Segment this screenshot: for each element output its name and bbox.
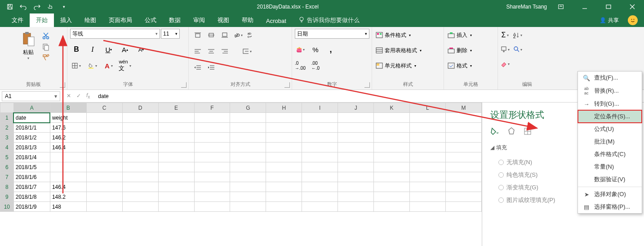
enter-formula-icon[interactable]: ✓	[76, 93, 81, 99]
cell-B8[interactable]: 146.4	[50, 182, 86, 192]
cell-A7[interactable]: 2018/1/6	[13, 172, 50, 182]
clear-icon[interactable]	[501, 59, 510, 68]
column-header-A[interactable]: A	[13, 103, 50, 113]
percent-icon[interactable]: %	[311, 45, 320, 54]
decrease-decimal-icon[interactable]: .00←.0	[311, 61, 320, 70]
cell-I7[interactable]	[302, 172, 338, 182]
cell-J10[interactable]	[338, 202, 374, 212]
user-name-label[interactable]: ShareMan Tsang	[506, 4, 547, 10]
paste-button[interactable]: 粘贴 ▾	[17, 29, 40, 60]
cell-H10[interactable]	[266, 202, 302, 212]
cell-B9[interactable]: 148.2	[50, 192, 86, 202]
cell-F7[interactable]	[194, 172, 230, 182]
menu-formulas[interactable]: 公式(U)	[578, 123, 642, 135]
align-top-icon[interactable]	[193, 31, 202, 40]
tab-insert[interactable]: 插入	[54, 13, 78, 27]
cell-F1[interactable]	[194, 113, 230, 123]
cell-M5[interactable]	[445, 152, 481, 162]
cell-J8[interactable]	[338, 182, 374, 192]
tab-home[interactable]: 开始	[30, 13, 54, 27]
share-button[interactable]: 👤共享	[600, 17, 619, 24]
menu-data-validation[interactable]: 数据验证(V)	[578, 173, 642, 186]
cell-M8[interactable]	[445, 182, 481, 192]
cell-F3[interactable]	[194, 133, 230, 143]
select-all-corner[interactable]	[0, 103, 14, 113]
align-bottom-icon[interactable]	[220, 31, 229, 40]
cell-J6[interactable]	[338, 162, 374, 172]
cell-B7[interactable]	[50, 172, 86, 182]
cell-D7[interactable]	[122, 172, 158, 182]
cell-I8[interactable]	[302, 182, 338, 192]
tab-review[interactable]: 审阅	[187, 13, 211, 27]
cell-F6[interactable]	[194, 162, 230, 172]
number-format-combo[interactable]: 日期▾	[295, 29, 369, 39]
cell-F9[interactable]	[194, 192, 230, 202]
row-header-9[interactable]: 9	[0, 192, 14, 202]
cell-L9[interactable]	[410, 192, 446, 202]
cell-K2[interactable]	[374, 123, 410, 133]
column-header-C[interactable]: C	[86, 103, 122, 113]
cell-J3[interactable]	[338, 133, 374, 143]
cell-I4[interactable]	[302, 143, 338, 152]
cell-L5[interactable]	[410, 152, 446, 162]
column-header-J[interactable]: J	[338, 103, 374, 113]
menu-goto-special[interactable]: 定位条件(S)...	[578, 110, 642, 123]
column-header-H[interactable]: H	[266, 103, 302, 113]
menu-constants[interactable]: 常量(N)	[578, 161, 642, 173]
increase-decimal-icon[interactable]: .0→.00	[296, 61, 305, 70]
cell-D2[interactable]	[122, 123, 158, 133]
cell-I1[interactable]	[302, 113, 338, 123]
find-select-icon[interactable]	[513, 45, 522, 54]
cell-M2[interactable]	[445, 123, 481, 133]
cell-B6[interactable]	[50, 162, 86, 172]
cell-E5[interactable]	[158, 152, 194, 162]
cell-D4[interactable]	[122, 143, 158, 152]
row-header-6[interactable]: 6	[0, 162, 14, 172]
wrap-text-icon[interactable]: abc↵	[247, 31, 256, 40]
cell-L8[interactable]	[410, 182, 446, 192]
column-header-I[interactable]: I	[302, 103, 338, 113]
column-header-M[interactable]: M	[445, 103, 481, 113]
font-size-combo[interactable]: 11▾	[161, 29, 180, 39]
cell-E1[interactable]	[158, 113, 194, 123]
cell-K1[interactable]	[374, 113, 410, 123]
worksheet-grid[interactable]: ABCDEFGHIJKLM1dateweight22018/1/1147.632…	[0, 103, 482, 246]
cell-G8[interactable]	[230, 182, 266, 192]
cell-G3[interactable]	[230, 133, 266, 143]
cell-E2[interactable]	[158, 123, 194, 133]
phonetic-icon[interactable]: wén文	[120, 61, 129, 70]
cell-M4[interactable]	[445, 143, 481, 152]
cell-B4[interactable]: 146.4	[50, 143, 86, 152]
cell-M3[interactable]	[445, 133, 481, 143]
menu-find[interactable]: 🔍查找(F)...	[578, 72, 642, 84]
column-header-B[interactable]: B	[50, 103, 86, 113]
cell-C9[interactable]	[86, 192, 122, 202]
cell-E7[interactable]	[158, 172, 194, 182]
cell-G4[interactable]	[230, 143, 266, 152]
delete-cells-button[interactable]: 删除▾	[447, 46, 472, 55]
tell-me-box[interactable]: 告诉我你想要做什么	[293, 13, 366, 27]
cell-B1[interactable]: weight	[50, 113, 86, 123]
cell-I2[interactable]	[302, 123, 338, 133]
qat-customize-icon[interactable]: ▾	[58, 1, 69, 12]
italic-icon[interactable]: I	[88, 45, 97, 54]
cell-E4[interactable]	[158, 143, 194, 152]
cell-C7[interactable]	[86, 172, 122, 182]
underline-icon[interactable]: U▾	[104, 45, 113, 54]
cell-J9[interactable]	[338, 192, 374, 202]
cell-M10[interactable]	[445, 202, 481, 212]
align-center-icon[interactable]	[207, 47, 216, 56]
cell-L3[interactable]	[410, 133, 446, 143]
name-box[interactable]: A1 ▾	[2, 91, 60, 101]
accounting-format-icon[interactable]: 👛	[296, 45, 305, 54]
cell-C4[interactable]	[86, 143, 122, 152]
cell-K7[interactable]	[374, 172, 410, 182]
cell-I9[interactable]	[302, 192, 338, 202]
cell-C6[interactable]	[86, 162, 122, 172]
row-header-3[interactable]: 3	[0, 133, 14, 143]
tab-acrobat[interactable]: Acrobat	[260, 15, 293, 27]
clipboard-dialog-launcher[interactable]	[60, 82, 65, 88]
cell-H7[interactable]	[266, 172, 302, 182]
cell-E10[interactable]	[158, 202, 194, 212]
cell-J4[interactable]	[338, 143, 374, 152]
